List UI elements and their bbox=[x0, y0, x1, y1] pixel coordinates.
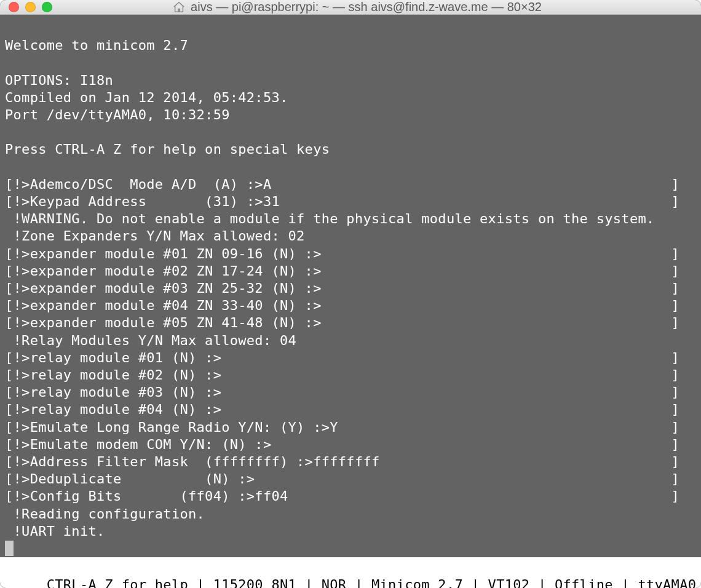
terminal-line: !Reading configuration. bbox=[5, 506, 696, 523]
terminal-line: [!>expander module #02 ZN 17-24 (N) :> ] bbox=[5, 263, 696, 280]
terminal-line: OPTIONS: I18n bbox=[5, 72, 696, 89]
terminal-line: [!>expander module #03 ZN 25-32 (N) :> ] bbox=[5, 280, 696, 297]
terminal-line bbox=[5, 159, 696, 176]
cursor bbox=[5, 541, 14, 556]
window-title: aivs — pi@raspberrypi: ~ — ssh aivs@find… bbox=[191, 0, 542, 14]
terminal-line bbox=[5, 54, 696, 71]
close-button[interactable] bbox=[9, 2, 19, 12]
terminal-line: [!>Ademco/DSC Mode A/D (A) :>A ] bbox=[5, 176, 696, 193]
terminal-line: !WARNING. Do not enable a module if the … bbox=[5, 210, 696, 228]
terminal-line: [!>Deduplicate (N) :> ] bbox=[5, 471, 696, 488]
status-bar-text: CTRL-A Z for help | 115200 8N1 | NOR | M… bbox=[38, 577, 701, 588]
titlebar: aivs — pi@raspberrypi: ~ — ssh aivs@find… bbox=[0, 0, 701, 15]
terminal-line: !Zone Expanders Y/N Max allowed: 02 bbox=[5, 228, 696, 245]
terminal-cursor-line bbox=[5, 540, 696, 557]
window-title-wrap: aivs — pi@raspberrypi: ~ — ssh aivs@find… bbox=[22, 0, 692, 14]
svg-rect-0 bbox=[178, 8, 180, 12]
terminal-line: Press CTRL-A Z for help on special keys bbox=[5, 141, 696, 158]
terminal-line bbox=[5, 124, 696, 141]
terminal-line bbox=[5, 20, 696, 37]
terminal-line: [!>Address Filter Mask (ffffffff) :>ffff… bbox=[5, 453, 696, 471]
terminal-line: Welcome to minicom 2.7 bbox=[5, 37, 696, 54]
terminal-output[interactable]: Welcome to minicom 2.7 OPTIONS: I18nComp… bbox=[0, 15, 701, 557]
terminal-window: aivs — pi@raspberrypi: ~ — ssh aivs@find… bbox=[0, 0, 701, 588]
home-icon bbox=[172, 1, 186, 14]
terminal-line: Port /dev/ttyAMA0, 10:32:59 bbox=[5, 106, 696, 124]
terminal-line: [!>relay module #02 (N) :> ] bbox=[5, 367, 696, 384]
terminal-line: !UART init. bbox=[5, 523, 696, 540]
terminal-line: [!>relay module #04 (N) :> ] bbox=[5, 401, 696, 418]
status-bar: CTRL-A Z for help | 115200 8N1 | NOR | M… bbox=[0, 557, 701, 588]
terminal-line: [!>Emulate Long Range Radio Y/N: (Y) :>Y… bbox=[5, 419, 696, 436]
terminal-line: !Relay Modules Y/N Max allowed: 04 bbox=[5, 332, 696, 349]
terminal-line: [!>expander module #04 ZN 33-40 (N) :> ] bbox=[5, 297, 696, 314]
terminal-line: [!>Emulate modem COM Y/N: (N) :> ] bbox=[5, 436, 696, 453]
terminal-line: [!>expander module #01 ZN 09-16 (N) :> ] bbox=[5, 245, 696, 263]
terminal-line: [!>expander module #05 ZN 41-48 (N) :> ] bbox=[5, 314, 696, 332]
terminal-line: [!>Config Bits (ff04) :>ff04 ] bbox=[5, 488, 696, 505]
terminal-line: [!>relay module #01 (N) :> ] bbox=[5, 349, 696, 367]
terminal-line: Compiled on Jan 12 2014, 05:42:53. bbox=[5, 89, 696, 106]
terminal-line: [!>relay module #03 (N) :> ] bbox=[5, 384, 696, 401]
terminal-line: [!>Keypad Address (31) :>31 ] bbox=[5, 193, 696, 210]
